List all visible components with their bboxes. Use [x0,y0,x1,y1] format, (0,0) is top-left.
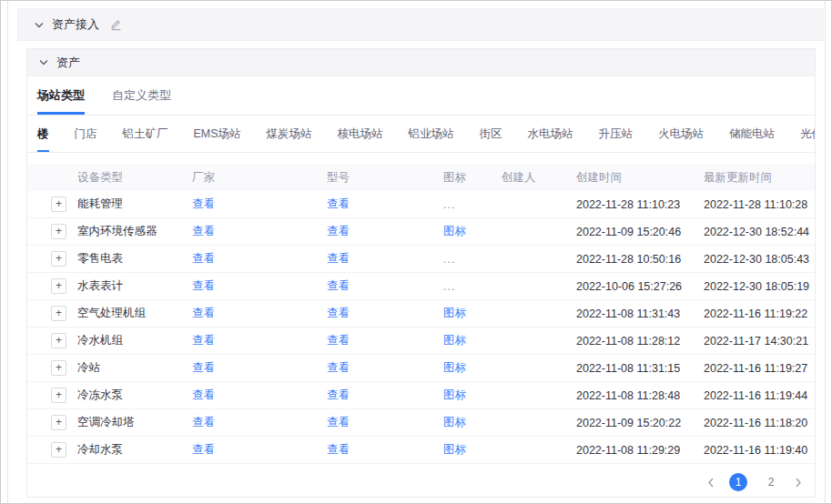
expand-row-button plus-icon[interactable]: + [51,388,66,403]
tab-custom-type[interactable]: 自定义类型 [112,87,171,115]
col-vendor: 厂家 [192,170,327,186]
created-time-cell: 2022-11-28 11:10:23 [576,198,704,211]
station-tab[interactable]: EMS场站 [194,126,241,152]
model-view-link[interactable]: 查看 [327,334,350,347]
vendor-view-link[interactable]: 查看 [192,334,215,347]
device-type-cell: 空气处理机组 [77,306,192,321]
icon-cell: ... [443,253,502,266]
station-tab[interactable]: 火电场站 [658,126,704,152]
created-time-cell: 2022-11-09 15:20:22 [576,417,704,429]
model-view-link[interactable]: 查看 [327,416,350,428]
vendor-view-link[interactable]: 查看 [192,361,215,374]
vendor-view-link[interactable]: 查看 [192,307,215,319]
pencil-icon[interactable] [109,18,122,31]
station-tab[interactable]: 街区 [480,126,502,152]
expand-row-button plus-icon[interactable]: + [51,360,66,376]
chevron-right-icon[interactable] [795,478,802,488]
col-model: 型号 [327,170,443,186]
right-divider [825,1,826,503]
icon-view-link[interactable]: 图标 [443,361,466,374]
expand-row-button plus-icon[interactable]: + [51,224,66,239]
station-tab[interactable]: 升压站 [599,126,634,152]
asset-access-panel: 资产接入 资产 场站类型 自定义类型 楼门店铝土矿厂EMS场站煤炭场站核电场站铝… [17,8,824,498]
expand-row-button plus-icon[interactable]: + [51,197,66,212]
station-tab[interactable]: 光伏场站 [800,126,815,152]
chevron-down-icon [35,22,44,28]
station-tab[interactable]: 核电场站 [338,126,383,152]
vendor-view-link[interactable]: 查看 [192,225,215,237]
asset-panel-header[interactable]: 资产 [27,49,815,76]
updated-time-cell: 2022-11-28 11:10:28 [704,198,815,211]
expand-row-button plus-icon[interactable]: + [51,278,66,294]
tab-station-type[interactable]: 场站类型 [37,87,85,115]
icon-view-link[interactable]: 图标 [443,334,466,347]
asset-panel: 资产 场站类型 自定义类型 楼门店铝土矿厂EMS场站煤炭场站核电场站铝业场站街区… [26,48,816,498]
icon-cell: 图标 [443,388,502,403]
expand-row-button plus-icon[interactable]: + [51,251,66,267]
icon-cell: 图标 [443,224,502,239]
vendor-view-link[interactable]: 查看 [192,388,215,401]
model-view-link[interactable]: 查看 [327,197,350,210]
station-tab[interactable]: 门店 [75,126,97,152]
icon-view-link[interactable]: 图标 [443,388,466,401]
expand-row-button plus-icon[interactable]: + [51,333,66,348]
asset-access-panel-header[interactable]: 资产接入 [17,8,824,41]
vendor-view-link[interactable]: 查看 [192,252,215,265]
icon-view-link[interactable]: 图标 [443,307,466,319]
table-row: + 冷站 查看 查看 图标 2022-11-08 11:31:15 2022-1… [27,355,815,382]
col-created-time: 创建时间 [576,170,704,186]
model-view-link[interactable]: 查看 [327,252,350,265]
model-view-link[interactable]: 查看 [327,279,350,292]
table-row: + 水表表计 查看 查看 ... 2022-10-06 15:27:26 202… [27,273,815,300]
table-row: + 室内环境传感器 查看 查看 图标 2022-11-09 15:20:46 2… [27,218,815,246]
table-body: + 能耗管理 查看 查看 ... 2022-11-28 11:10:23 202… [27,191,815,464]
icon-cell: 图标 [443,415,502,430]
vendor-view-link[interactable]: 查看 [192,279,215,292]
table-row: + 冷冻水泵 查看 查看 图标 2022-11-08 11:28:48 2022… [27,382,815,409]
icon-view-link[interactable]: 图标 [443,225,466,237]
vendor-view-link[interactable]: 查看 [192,197,215,210]
station-tab[interactable]: 铝业场站 [409,126,454,152]
expand-row-button plus-icon[interactable]: + [51,306,66,321]
expand-row-button plus-icon[interactable]: + [51,415,66,430]
updated-time-cell: 2022-11-16 11:19:44 [704,389,815,402]
station-tab[interactable]: 铝土矿厂 [123,126,168,152]
col-device-type: 设备类型 [77,170,192,186]
icon-cell: 图标 [443,333,502,348]
icon-view-link[interactable]: 图标 [443,416,466,428]
page-number-2[interactable]: 2 [762,473,780,491]
model-view-link[interactable]: 查看 [327,361,350,374]
vendor-view-link[interactable]: 查看 [192,443,215,456]
station-tab[interactable]: 楼 [37,126,49,152]
model-view-link[interactable]: 查看 [327,443,350,456]
model-view-link[interactable]: 查看 [327,388,350,401]
updated-time-cell: 2022-12-30 18:05:43 [704,253,815,266]
device-type-cell: 冷却水泵 [77,442,192,458]
table-row: + 能耗管理 查看 查看 ... 2022-11-28 11:10:23 202… [27,191,815,218]
table-row: + 冷却水泵 查看 查看 图标 2022-11-08 11:29:29 2022… [27,437,815,464]
table-row: + 零售电表 查看 查看 ... 2022-11-28 10:50:16 202… [27,246,815,273]
device-type-cell: 空调冷却塔 [77,415,192,430]
icon-cell: 图标 [443,306,502,321]
model-view-link[interactable]: 查看 [327,225,350,237]
station-tab[interactable]: 储能电站 [729,126,775,152]
station-tabs: 楼门店铝土矿厂EMS场站煤炭场站核电场站铝业场站街区水电场站升压站火电场站储能电… [27,116,815,153]
device-type-cell: 水表表计 [77,278,192,294]
model-view-link[interactable]: 查看 [327,307,350,319]
asset-panel-body: 场站类型 自定义类型 楼门店铝土矿厂EMS场站煤炭场站核电场站铝业场站街区水电场… [27,76,815,497]
station-tab[interactable]: 煤炭场站 [267,126,312,152]
icon-cell: 图标 [443,360,502,376]
col-creator: 创建人 [502,170,576,186]
chevron-down-icon [39,59,48,66]
icon-view-link[interactable]: 图标 [443,443,466,456]
station-tab[interactable]: 水电场站 [528,126,573,152]
updated-time-cell: 2022-11-16 11:19:27 [704,362,815,375]
created-time-cell: 2022-11-09 15:20:46 [576,226,704,238]
vendor-view-link[interactable]: 查看 [192,416,215,428]
device-type-cell: 冷水机组 [77,333,192,348]
table-row: + 空调冷却塔 查看 查看 图标 2022-11-09 15:20:22 202… [27,409,815,437]
page-number-1[interactable]: 1 [729,473,747,491]
expand-row-button plus-icon[interactable]: + [51,442,66,458]
chevron-left-icon[interactable] [707,478,715,488]
device-type-cell: 室内环境传感器 [77,224,192,239]
